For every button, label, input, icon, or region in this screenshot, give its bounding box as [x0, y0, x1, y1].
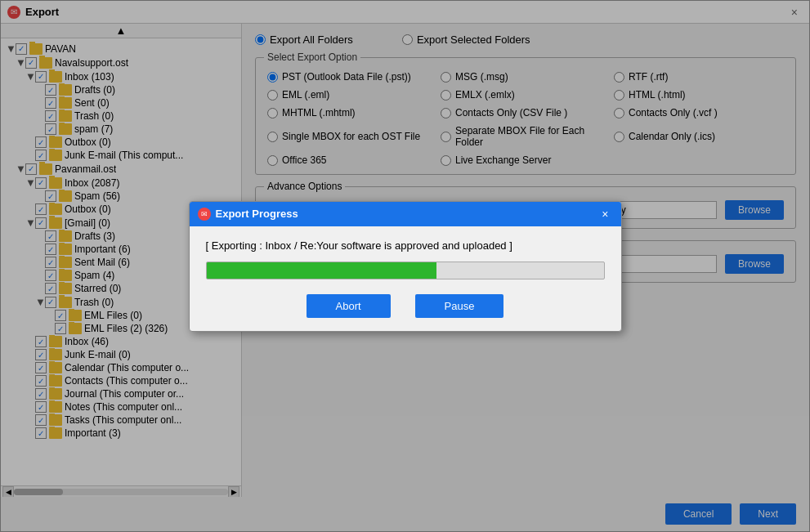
- progress-bar-fill: [207, 262, 437, 279]
- export-progress-modal: ✉ Export Progress × [ Exporting : Inbox …: [189, 201, 622, 332]
- modal-status-text: [ Exporting : Inbox / Re:Your software i…: [206, 239, 605, 252]
- modal-title-bar-left: ✉ Export Progress: [198, 208, 298, 221]
- abort-button[interactable]: Abort: [307, 294, 391, 318]
- progress-bar-container: [206, 262, 605, 279]
- pause-button[interactable]: Pause: [415, 294, 504, 318]
- modal-body: [ Exporting : Inbox / Re:Your software i…: [190, 226, 621, 331]
- modal-title-bar: ✉ Export Progress ×: [190, 202, 621, 226]
- modal-overlay: ✉ Export Progress × [ Exporting : Inbox …: [0, 0, 810, 532]
- modal-close-button[interactable]: ×: [597, 207, 612, 221]
- modal-icon: ✉: [198, 208, 211, 221]
- modal-buttons: Abort Pause: [206, 294, 605, 318]
- modal-title: Export Progress: [216, 208, 298, 220]
